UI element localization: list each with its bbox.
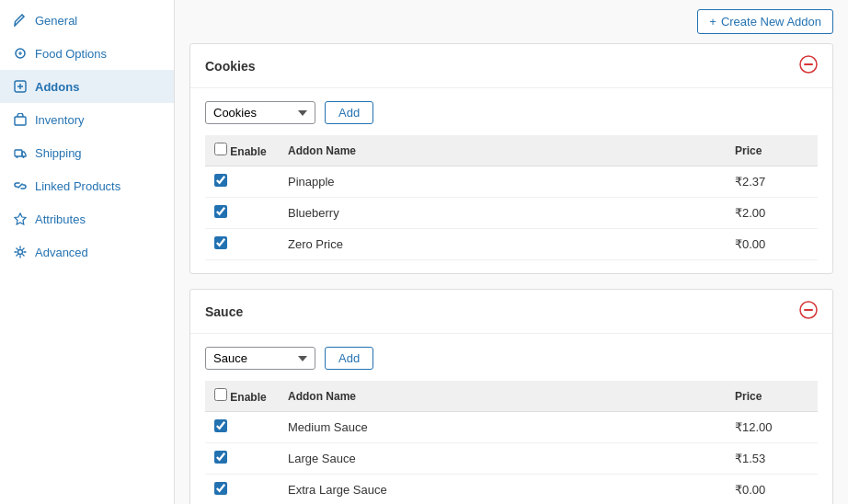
col-header-cookies-2: Price — [726, 135, 818, 166]
sidebar-item-food-options[interactable]: Food Options — [0, 37, 174, 70]
sidebar-item-general[interactable]: General — [0, 4, 174, 37]
sidebar-label-addons: Addons — [35, 80, 79, 94]
enable-cell-cookies-0 — [205, 166, 279, 198]
sidebar-label-shipping: Shipping — [35, 146, 82, 160]
enable-checkbox-sauce-1[interactable] — [214, 451, 227, 464]
col-header-sauce-2: Price — [726, 381, 818, 412]
enable-cell-cookies-1 — [205, 198, 279, 229]
enable-cell-sauce-1 — [205, 443, 279, 475]
col-header-sauce-1: Addon Name — [279, 381, 726, 412]
svg-rect-2 — [15, 117, 26, 125]
name-cell-cookies-2: Zero Price — [279, 229, 726, 260]
table-row: Extra Large Sauce₹0.00 — [205, 475, 818, 505]
svg-rect-3 — [15, 150, 22, 156]
price-cell-sauce-0: ₹12.00 — [726, 412, 818, 443]
plus-icon: + — [709, 15, 716, 29]
addon-row-cookies: CookiesSauceAdd — [205, 101, 818, 124]
addons-icon — [13, 79, 28, 94]
svg-point-5 — [23, 156, 25, 158]
select-all-sauce-checkbox[interactable] — [214, 388, 227, 401]
enable-checkbox-sauce-0[interactable] — [214, 419, 227, 432]
remove-section-cookies-button[interactable] — [799, 55, 818, 76]
table-row: Zero Price₹0.00 — [205, 229, 818, 260]
sidebar-item-shipping[interactable]: Shipping — [0, 136, 174, 169]
name-cell-sauce-1: Large Sauce — [279, 443, 726, 475]
sidebar-label-linked-products: Linked Products — [35, 179, 120, 193]
section-title-sauce: Sauce — [205, 304, 243, 319]
shipping-icon — [13, 145, 28, 160]
price-cell-sauce-2: ₹0.00 — [726, 475, 818, 505]
col-header-cookies-1: Addon Name — [279, 135, 726, 166]
main-content: + Create New Addon Cookies CookiesSauceA… — [175, 0, 848, 504]
food-options-icon — [13, 46, 28, 61]
enable-checkbox-cookies-1[interactable] — [214, 205, 227, 218]
enable-checkbox-cookies-2[interactable] — [214, 236, 227, 249]
sidebar-item-advanced[interactable]: Advanced — [0, 235, 174, 269]
add-addon-cookies-button[interactable]: Add — [325, 101, 373, 124]
col-header-cookies-0: Enable — [205, 135, 279, 166]
create-new-addon-button[interactable]: + Create New Addon — [697, 9, 833, 34]
svg-point-4 — [17, 156, 18, 158]
addon-dropdown-cookies[interactable]: CookiesSauce — [205, 101, 315, 124]
sidebar-label-advanced: Advanced — [35, 246, 88, 259]
section-body-sauce: CookiesSauceAdd EnableAddon NamePriceMed… — [190, 334, 832, 504]
name-cell-cookies-0: Pinapple — [279, 166, 726, 198]
addon-table-sauce: EnableAddon NamePriceMedium Sauce₹12.00L… — [205, 381, 818, 504]
col-header-sauce-0: Enable — [205, 381, 279, 412]
sidebar-label-inventory: Inventory — [35, 113, 84, 127]
section-title-cookies: Cookies — [205, 59, 255, 74]
table-row: Blueberry₹2.00 — [205, 198, 818, 229]
attributes-icon — [13, 212, 28, 226]
section-sauce: Sauce CookiesSauceAdd EnableAddon NamePr… — [189, 289, 833, 504]
price-cell-cookies-0: ₹2.37 — [726, 166, 818, 198]
enable-checkbox-sauce-2[interactable] — [214, 482, 227, 495]
price-cell-cookies-2: ₹0.00 — [726, 229, 818, 260]
svg-marker-6 — [15, 213, 26, 224]
add-addon-sauce-button[interactable]: Add — [325, 347, 373, 370]
sidebar-label-food-options: Food Options — [35, 47, 107, 61]
name-cell-sauce-2: Extra Large Sauce — [279, 475, 726, 505]
addon-table-cookies: EnableAddon NamePricePinapple₹2.37Bluebe… — [205, 135, 818, 260]
sidebar-item-inventory[interactable]: Inventory — [0, 103, 174, 136]
sidebar: General Food Options Addons Inventory Sh… — [0, 0, 175, 504]
name-cell-cookies-1: Blueberry — [279, 198, 726, 229]
section-body-cookies: CookiesSauceAdd EnableAddon NamePricePin… — [190, 88, 832, 273]
name-cell-sauce-0: Medium Sauce — [279, 412, 726, 443]
enable-cell-sauce-2 — [205, 475, 279, 505]
price-cell-sauce-1: ₹1.53 — [726, 443, 818, 475]
enable-checkbox-cookies-0[interactable] — [214, 174, 227, 187]
create-button-label: Create New Addon — [721, 15, 821, 29]
advanced-icon — [13, 245, 28, 259]
svg-point-7 — [18, 250, 23, 255]
addon-row-sauce: CookiesSauceAdd — [205, 347, 818, 370]
sidebar-item-addons[interactable]: Addons — [0, 70, 174, 103]
general-icon — [13, 13, 28, 28]
top-bar: + Create New Addon — [189, 9, 833, 34]
sidebar-label-attributes: Attributes — [35, 212, 86, 226]
section-header-sauce: Sauce — [190, 290, 832, 334]
section-header-cookies: Cookies — [190, 44, 832, 88]
addon-dropdown-sauce[interactable]: CookiesSauce — [205, 347, 315, 370]
sidebar-label-general: General — [35, 14, 77, 28]
sidebar-item-linked-products[interactable]: Linked Products — [0, 169, 174, 202]
select-all-cookies-checkbox[interactable] — [214, 143, 227, 155]
app-layout: General Food Options Addons Inventory Sh… — [0, 0, 848, 504]
remove-section-sauce-button[interactable] — [799, 301, 818, 322]
enable-cell-sauce-0 — [205, 412, 279, 443]
enable-cell-cookies-2 — [205, 229, 279, 260]
price-cell-cookies-1: ₹2.00 — [726, 198, 818, 229]
inventory-icon — [13, 112, 28, 127]
section-cookies: Cookies CookiesSauceAdd EnableAddon Name… — [189, 43, 833, 274]
table-row: Pinapple₹2.37 — [205, 166, 818, 198]
sidebar-item-attributes[interactable]: Attributes — [0, 202, 174, 235]
linked-products-icon — [13, 178, 28, 193]
table-row: Large Sauce₹1.53 — [205, 443, 818, 475]
table-row: Medium Sauce₹12.00 — [205, 412, 818, 443]
